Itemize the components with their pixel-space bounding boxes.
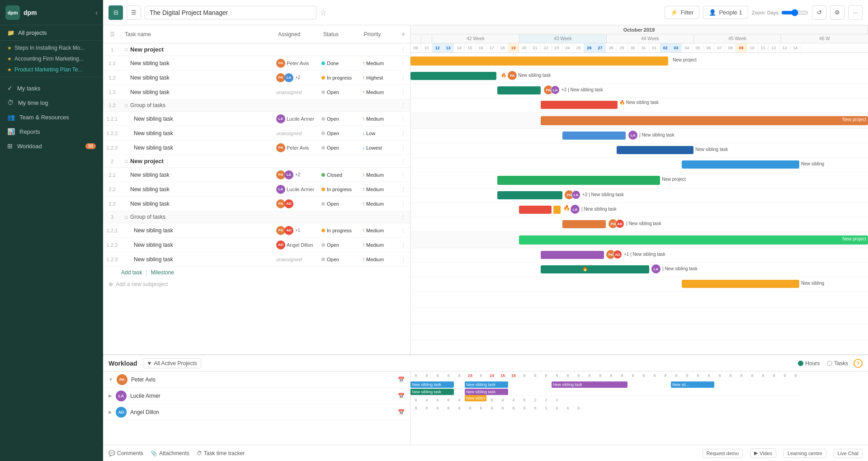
- filter-icon: ⚡: [670, 9, 678, 16]
- task-row-1-2[interactable]: 1.2 New sibling task PA LA +2 In progres…: [103, 71, 410, 85]
- avatar: PA: [117, 374, 127, 385]
- people-icon: 👤: [709, 9, 716, 16]
- footer: 💬 Comments 📎 Attachments ⏱ Task time tra…: [103, 445, 868, 461]
- workload-section: Workload ▼ All Active Projects Hours: [103, 354, 868, 445]
- zoom-slider[interactable]: [781, 9, 808, 16]
- sidebar-collapse-icon[interactable]: ‹: [95, 9, 98, 16]
- task-time-button[interactable]: ⏱ Task time tracker: [197, 450, 245, 456]
- task-row-3-1[interactable]: 1.2.1 New sibling task PA AD +1 In progr…: [103, 223, 410, 238]
- gantt-chart: October 2019 42 Week 43 Week 44 Week 45 …: [410, 25, 868, 354]
- workload-person-peter[interactable]: ▼ PA Peter Avis 📅: [103, 372, 410, 388]
- person-expand-icon-2: ▶: [108, 393, 112, 398]
- list-view-button[interactable]: ☰: [127, 5, 141, 20]
- app-logo: dpm: [5, 5, 20, 20]
- all-projects-link[interactable]: 📁 All projects: [0, 25, 103, 41]
- task-row-1-3[interactable]: 1.3 New sibling task unassigned Open ↑ M…: [103, 85, 410, 99]
- workload-header: Workload ▼ All Active Projects Hours: [103, 355, 868, 372]
- folder-icon: 📁: [7, 29, 14, 36]
- person-expand-icon-3: ▶: [108, 409, 112, 414]
- sidebar-item-team[interactable]: 👥 Team & Resources: [0, 110, 103, 124]
- more-button[interactable]: ···: [848, 5, 863, 20]
- task-row-2-2[interactable]: 2.2 New sibling task LA Lucile Armer In …: [103, 182, 410, 197]
- task-row-3-2[interactable]: 1.2.2 New sibling task AD Angel Dillon O…: [103, 238, 410, 252]
- starred-item-2[interactable]: ★ Accounting Firm Marketing...: [0, 53, 103, 64]
- workload-title: Workload: [108, 360, 137, 367]
- sidebar-item-workload[interactable]: ⊞ Workload 98: [0, 139, 103, 153]
- add-task-button[interactable]: Add task: [121, 269, 142, 276]
- avatar: LA: [116, 390, 127, 401]
- add-task-row: Add task | Milestone: [103, 267, 410, 278]
- tasks-radio[interactable]: Tasks: [827, 360, 848, 367]
- workload-person-angel[interactable]: ▶ AD Angel Dillon 📅: [103, 404, 410, 420]
- sidebar-item-reports[interactable]: 📊 Reports: [0, 124, 103, 139]
- tasks-icon: ✓: [7, 85, 13, 92]
- task-row-1-2-3[interactable]: 1.2.3 New sibling task PA Peter Avis Ope…: [103, 141, 410, 155]
- settings-button[interactable]: ⚙: [830, 5, 844, 20]
- sidebar-item-my-tasks[interactable]: ✓ My tasks: [0, 81, 103, 95]
- people-button[interactable]: 👤 People 1: [703, 6, 748, 19]
- workload-badge: 98: [85, 143, 96, 149]
- group-row-1-2[interactable]: 1.2 □ Group of tasks ⋮: [103, 99, 410, 112]
- project-row-1[interactable]: 1 □ New project ⋮: [103, 43, 410, 56]
- workload-icon: ⊞: [7, 142, 13, 150]
- app-name: dpm: [24, 9, 92, 16]
- sidebar: dpm dpm ‹ 📁 All projects ★ Steps In Inst…: [0, 0, 103, 461]
- workload-person-lucile[interactable]: ▶ LA Lucile Armer 📅: [103, 388, 410, 404]
- reports-icon: 📊: [7, 128, 15, 135]
- avatar: AD: [116, 407, 127, 418]
- workload-filter-dropdown[interactable]: ▼ All Active Projects: [143, 358, 201, 368]
- top-header: ⊟ ☰ ☆ ⚡ Filter 👤 People 1 Zoom: Days ↺ ⚙…: [103, 0, 868, 25]
- star-icon-3: ★: [7, 67, 12, 73]
- starred-item-1[interactable]: ★ Steps In Installing Rack Mo...: [0, 42, 103, 53]
- attachment-icon: 📎: [151, 450, 157, 456]
- gantt-view-button[interactable]: ⊟: [108, 5, 123, 20]
- add-subproject-row[interactable]: ⊕ Add a new subproject: [103, 278, 410, 290]
- task-row-3-3[interactable]: 1.2.3 New sibling task unassigned Open ↑…: [103, 252, 410, 267]
- calendar-icon-2[interactable]: 📅: [398, 393, 405, 399]
- video-icon: ▶: [754, 450, 758, 456]
- group-row-3[interactable]: 3 □ Group of tasks ⋮: [103, 211, 410, 223]
- workload-help-icon[interactable]: ?: [854, 359, 863, 368]
- team-icon: 👥: [7, 113, 15, 121]
- project-title-input[interactable]: [145, 6, 316, 19]
- video-button[interactable]: ▶ Video: [750, 448, 776, 458]
- timer-icon: ⏱: [197, 450, 202, 456]
- calendar-icon-3[interactable]: 📅: [398, 409, 405, 415]
- star-icon-2: ★: [7, 56, 12, 62]
- task-row-2-3[interactable]: 2.3 New sibling task PA AD Open ↑ Medi: [103, 197, 410, 211]
- add-milestone-button[interactable]: Milestone: [151, 269, 174, 276]
- learning-button[interactable]: Learning centre: [783, 449, 826, 458]
- calendar-icon[interactable]: 📅: [398, 376, 405, 383]
- history-button[interactable]: ↺: [812, 5, 826, 20]
- filter-down-icon: ▼: [147, 360, 152, 367]
- table-header: ☰ Task name Assigned Status Priority +: [103, 25, 410, 43]
- favorite-icon[interactable]: ☆: [320, 8, 326, 17]
- comments-icon: 💬: [108, 450, 115, 456]
- request-demo-button[interactable]: Request demo: [703, 449, 743, 458]
- task-row-1-1[interactable]: 1.1 New sibling task PA Peter Avis Done …: [103, 56, 410, 71]
- task-table: ☰ Task name Assigned Status Priority + 1…: [103, 25, 410, 354]
- hours-radio[interactable]: Hours: [798, 360, 820, 367]
- task-row-1-2-1[interactable]: 1.2.1 New sibling task LA Lucile Armer O…: [103, 112, 410, 126]
- attachments-button[interactable]: 📎 Attachments: [151, 450, 189, 456]
- comments-button[interactable]: 💬 Comments: [108, 450, 143, 456]
- star-icon-1: ★: [7, 45, 12, 51]
- task-row-1-2-2[interactable]: 1.2.2 New sibling task unassigned Open ↓…: [103, 126, 410, 141]
- sidebar-item-time-log[interactable]: ⏱ My time log: [0, 95, 103, 110]
- task-row-2-1[interactable]: 2.1 New sibling task PA LA +2 Closed ↑: [103, 168, 410, 182]
- filter-button[interactable]: ⚡ Filter: [665, 6, 699, 19]
- live-chat-button[interactable]: Live Chat: [834, 449, 863, 458]
- circle-plus-icon: ⊕: [108, 281, 113, 287]
- zoom-control: Zoom: Days: [752, 9, 808, 16]
- time-icon: ⏱: [7, 99, 14, 106]
- person-expand-icon: ▼: [108, 377, 113, 382]
- project-row-2[interactable]: 2 □ New project ⋮: [103, 155, 410, 168]
- starred-item-3[interactable]: ★ Product Marketing Plan Te...: [0, 64, 103, 75]
